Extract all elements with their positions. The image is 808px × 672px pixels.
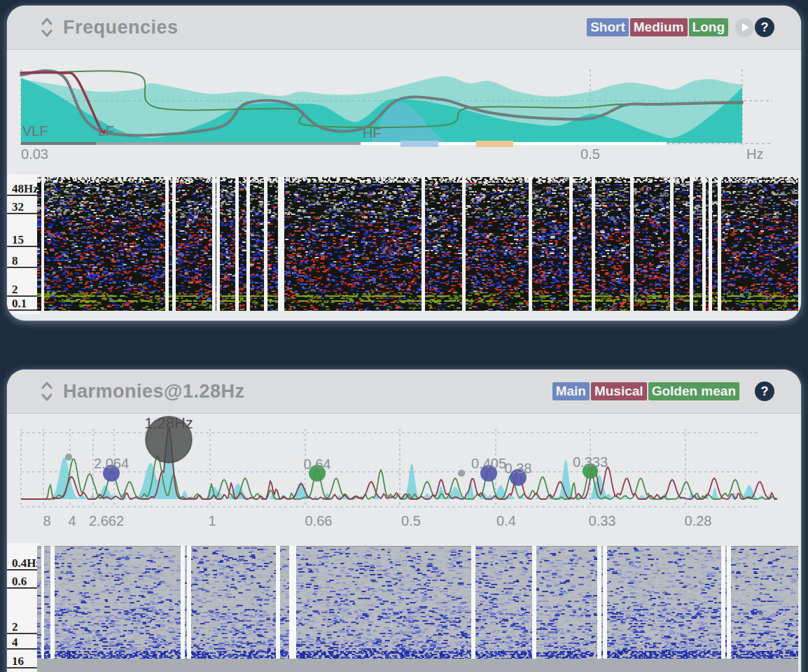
play-button[interactable] (735, 18, 754, 37)
band-bar[interactable] (21, 142, 96, 145)
spec-ytick-15: 15 (7, 233, 38, 247)
band-bar[interactable] (400, 141, 438, 147)
legend-badge-musical[interactable]: Musical (591, 382, 647, 400)
spec-ytick-2: 2 (7, 283, 38, 297)
band-label-vlf: VLF (22, 123, 48, 139)
freq-xtick-label: 0.5 (580, 146, 600, 162)
band-label-hf: HF (363, 125, 382, 141)
minor-peak-dot[interactable] (65, 454, 72, 461)
legend-badge-main[interactable]: Main (552, 382, 590, 400)
harmonies-panel: Harmonies@1.28Hz Main Musical Golden mea… (7, 370, 801, 672)
harm-xtick-label: 0.66 (305, 513, 333, 528)
play-icon (742, 23, 749, 31)
frequencies-spectrogram[interactable] (37, 177, 798, 311)
legend-badge-long[interactable]: Long (689, 18, 728, 36)
spec-ytick-0.6: 0.6 (7, 575, 38, 589)
collapse-expand-icon[interactable] (39, 379, 55, 404)
spectrogram-footer-strip (37, 659, 798, 672)
band-bar[interactable] (476, 141, 513, 147)
spec-ytick-2: 2 (7, 620, 38, 634)
collapse-expand-icon[interactable] (39, 15, 55, 40)
band-label-lf: LF (98, 123, 114, 139)
musical-maroon-line (21, 429, 777, 499)
selected-harmonic-label: 1.28Hz (144, 414, 193, 432)
spec-ytick-8: 8 (7, 254, 38, 268)
legend-badge-short[interactable]: Short (587, 18, 629, 36)
harmonies-spectrogram-axis: 0.4Hz0.62416 (7, 543, 39, 672)
harmonies-body: 2.0640.640.4050.380.3331.28Hz842.66210.6… (7, 414, 801, 672)
frequencies-chart[interactable]: VLFLFHF0.030.5Hz (7, 50, 801, 174)
frequencies-title: Frequencies (63, 17, 179, 38)
spec-ytick-16: 16 (7, 654, 38, 668)
harmonies-title: Harmonies@1.28Hz (63, 381, 244, 402)
harm-xtick-label: 1 (208, 513, 216, 528)
help-button-harmonies[interactable]: ? (755, 382, 774, 401)
frequencies-body: VLFLFHF0.030.5Hz 48Hz3215820.1 (7, 50, 801, 321)
help-button-frequencies[interactable]: ? (755, 18, 774, 37)
legend-badge-medium[interactable]: Medium (630, 18, 688, 36)
freq-xtick-label: 0.03 (21, 146, 48, 162)
harm-xtick-label: 0.33 (589, 513, 616, 528)
screen: Frequencies Short Medium Long ? VLFLFHF0… (0, 0, 808, 672)
spec-ytick-48hz: 48Hz (7, 182, 38, 196)
harm-xtick-label: 2.662 (89, 513, 124, 528)
minor-peak-dot[interactable] (458, 470, 465, 477)
harmonies-header: Harmonies@1.28Hz Main Musical Golden mea… (7, 370, 801, 414)
frequencies-header: Frequencies Short Medium Long ? (7, 6, 801, 50)
spec-ytick-32: 32 (7, 200, 38, 214)
golden-green-line (21, 456, 777, 499)
frequencies-panel: Frequencies Short Medium Long ? VLFLFHF0… (7, 6, 801, 321)
spec-ytick-0.1: 0.1 (7, 297, 38, 311)
harmonic-label: 0.64 (304, 456, 331, 472)
harm-xtick-label: 0.28 (685, 513, 712, 528)
harmonic-label: 0.333 (573, 454, 608, 470)
harm-xtick-label: 4 (68, 513, 76, 528)
harmonic-label: 0.405 (471, 456, 506, 471)
spec-ytick-0.4hz: 0.4Hz (7, 556, 38, 570)
legend-badge-golden-mean[interactable]: Golden mean (648, 382, 739, 400)
harmonic-label: 2.064 (94, 456, 129, 471)
harmonies-chart[interactable]: 2.0640.640.4050.380.3331.28Hz842.66210.6… (7, 414, 801, 538)
spec-ytick-4: 4 (7, 636, 38, 650)
harm-xtick-label: 8 (43, 513, 50, 528)
frequencies-spectrogram-axis: 48Hz3215820.1 (7, 174, 39, 314)
harmonies-spectrogram[interactable] (37, 546, 798, 659)
frequencies-legend: Short Medium Long ? (585, 6, 774, 49)
freq-xtick-label: Hz (746, 146, 763, 162)
harm-xtick-label: 0.4 (496, 513, 516, 528)
harm-xtick-label: 0.5 (401, 513, 421, 528)
harmonic-label: 0.38 (505, 461, 532, 476)
band-bar[interactable] (96, 142, 361, 145)
harmonies-legend: Main Musical Golden mean ? (551, 370, 774, 413)
